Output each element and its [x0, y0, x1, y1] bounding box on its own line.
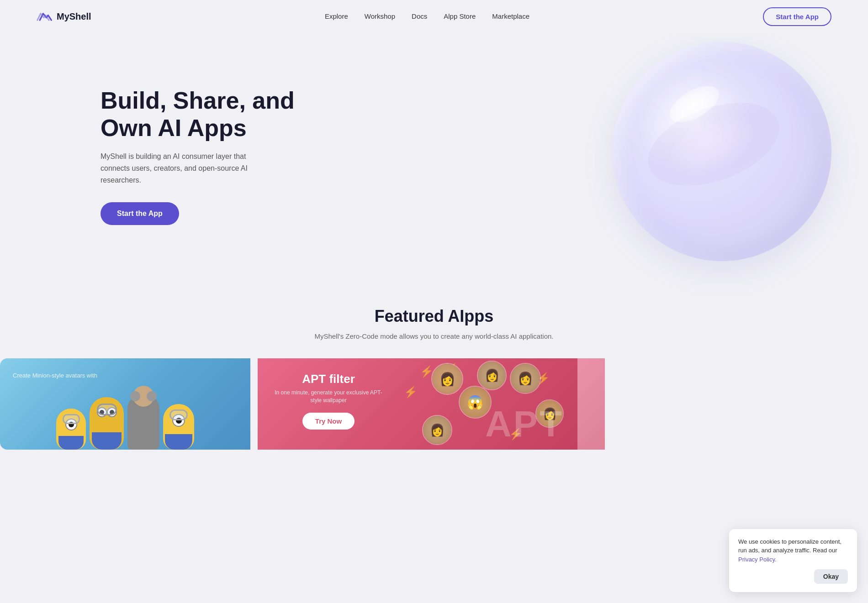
- nav-workshop[interactable]: Workshop: [365, 12, 395, 20]
- nav-docs[interactable]: Docs: [412, 12, 427, 20]
- card-apt-content: APT filter In one minute, generate your …: [271, 372, 386, 430]
- nav-marketplace[interactable]: Marketplace: [492, 12, 529, 20]
- human-figure: [127, 395, 159, 450]
- face-sticker-1: 👩: [431, 363, 463, 395]
- human-hair-l: [130, 391, 140, 401]
- logo-text: MyShell: [57, 11, 91, 22]
- minion-3-overalls: [165, 434, 192, 450]
- hero-section: Build, Share, and Own AI Apps MyShell is…: [0, 33, 868, 279]
- card-apt[interactable]: APT filter In one minute, generate your …: [258, 358, 577, 450]
- cookie-actions: Okay: [738, 569, 848, 584]
- face-sticker-4: 👩: [510, 363, 541, 394]
- navbar: MyShell Explore Workshop Docs Alpp Store…: [0, 0, 868, 33]
- try-now-button[interactable]: Try Now: [302, 413, 355, 430]
- minion-1: [56, 409, 86, 450]
- hero-bubble: [612, 42, 831, 261]
- minion-2: [90, 397, 124, 450]
- card-minions-text: Create Minion-style avatars with: [13, 372, 97, 379]
- featured-subtitle: MyShell's Zero-Code mode allows you to c…: [0, 332, 868, 340]
- minion-2-overalls: [92, 432, 122, 450]
- minion-1-goggles: [63, 414, 80, 424]
- card-partial: [577, 358, 605, 450]
- minion-3: [163, 404, 194, 450]
- card-apt-subtitle: In one minute, generate your exclusive A…: [271, 389, 386, 404]
- start-app-nav-button[interactable]: Start the App: [763, 7, 831, 26]
- cookie-text: We use cookies to personalize content, r…: [738, 537, 848, 564]
- logo[interactable]: MyShell: [37, 10, 91, 23]
- hero-bubble-container: [612, 42, 841, 270]
- hero-subtitle: MyShell is building an AI consumer layer…: [101, 151, 274, 186]
- card-minions[interactable]: Create Minion-style avatars with: [0, 358, 250, 450]
- hero-title: Build, Share, and Own AI Apps: [101, 87, 320, 142]
- minion-2-goggles: [97, 404, 117, 415]
- cookie-okay-button[interactable]: Okay: [814, 569, 848, 584]
- minions-figures: [56, 395, 194, 450]
- face-sticker-2: 👩: [477, 361, 507, 390]
- nav-alpp-store[interactable]: Alpp Store: [444, 12, 476, 20]
- hero-left: Build, Share, and Own AI Apps MyShell is…: [101, 87, 320, 225]
- nav-links: Explore Workshop Docs Alpp Store Marketp…: [325, 12, 529, 21]
- minion-3-goggles: [169, 409, 188, 420]
- human-hair-r: [147, 391, 157, 401]
- cookie-banner: We use cookies to personalize content, r…: [729, 529, 857, 593]
- start-app-hero-button[interactable]: Start the App: [101, 202, 179, 225]
- minion-1-overalls: [58, 436, 84, 450]
- featured-section: Featured AIpps MyShell's Zero-Code mode …: [0, 279, 868, 468]
- lightning-3: ⚡: [404, 386, 418, 399]
- card-apt-title: APT filter: [271, 372, 386, 386]
- cards-row: Create Minion-style avatars with: [0, 358, 868, 450]
- apt-watermark-text: APT: [485, 403, 564, 445]
- face-sticker-6: 👩: [422, 415, 452, 445]
- featured-title: Featured AIpps: [0, 307, 868, 326]
- nav-explore[interactable]: Explore: [325, 12, 348, 20]
- logo-icon: [37, 10, 53, 23]
- privacy-policy-link[interactable]: Privacy Policy.: [738, 556, 777, 563]
